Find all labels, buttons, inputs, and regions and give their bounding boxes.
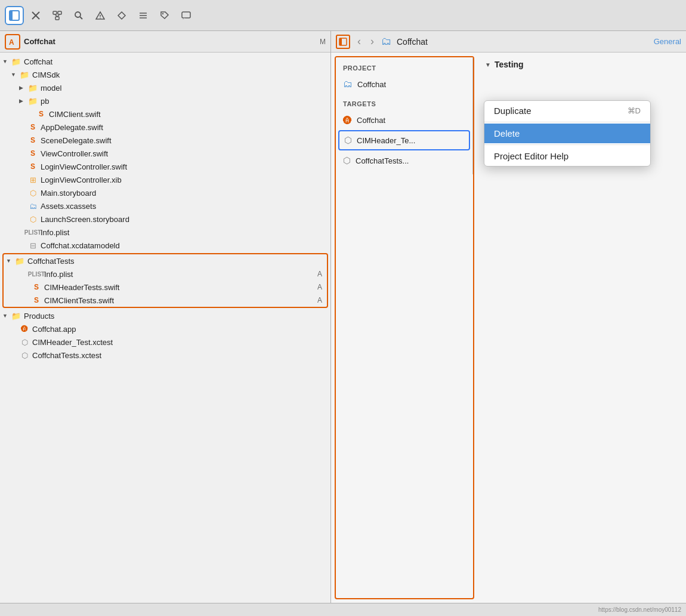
context-menu-delete[interactable]: Delete xyxy=(484,124,650,143)
storyboard-icon: ⬡ xyxy=(27,188,38,198)
targets-sidebar-highlighted: PROJECT 🗂 Coffchat TARGETS 🅐 Coffchat xyxy=(335,56,474,599)
tree-item-info-plist-tests[interactable]: PLIST Info.plist A xyxy=(4,267,327,281)
tree-item-cimsdk[interactable]: ▼ 📁 CIMSdk xyxy=(0,68,330,81)
app-target-icon: 🅐 xyxy=(343,115,352,125)
svg-rect-6 xyxy=(55,17,59,20)
main-toolbar xyxy=(0,0,686,31)
file-name: Products xyxy=(24,312,326,321)
tree-item-cimheadertests[interactable]: S CIMHeaderTests.swift A xyxy=(4,281,327,294)
inspector-button[interactable] xyxy=(336,35,350,49)
file-name: Coffchat.app xyxy=(32,325,326,334)
targets-sidebar: PROJECT 🗂 Coffchat TARGETS 🅐 Coffchat xyxy=(336,57,473,174)
target-item-coffchattests[interactable]: ⬡ CoffchatTests... xyxy=(336,152,472,170)
svg-point-13 xyxy=(100,17,101,19)
tree-item-appdelegate[interactable]: S AppDelegate.swift xyxy=(0,121,330,134)
chat-icon[interactable] xyxy=(177,6,196,25)
target-name: CIMHeader_Te... xyxy=(357,136,415,145)
file-name: pb xyxy=(41,97,326,106)
file-name: CoffchatTests xyxy=(27,257,322,266)
swift-icon: S xyxy=(27,162,38,171)
search-icon[interactable] xyxy=(69,6,88,25)
badge-a: A xyxy=(317,270,322,278)
arrow-pb: ▶ xyxy=(19,98,27,104)
close-icon[interactable] xyxy=(26,6,45,25)
file-name: CIMClientTests.swift xyxy=(44,296,315,305)
file-name: LoginViewController.swift xyxy=(41,162,326,171)
testing-triangle-icon: ▼ xyxy=(485,61,491,68)
targets-section-label: TARGETS xyxy=(336,98,472,111)
forward-button[interactable]: › xyxy=(368,34,376,49)
context-menu-duplicate[interactable]: Duplicate ⌘D xyxy=(484,101,650,121)
tree-item-loginviewcontroller-swift[interactable]: S LoginViewController.swift xyxy=(0,160,330,173)
file-name: CIMClient.swift xyxy=(49,110,326,119)
svg-marker-14 xyxy=(118,12,125,19)
back-button[interactable]: ‹ xyxy=(355,34,363,49)
xctest-target-icon: ⬡ xyxy=(344,135,352,146)
file-name: LaunchScreen.storyboard xyxy=(41,215,326,224)
context-menu-help[interactable]: Project Editor Help xyxy=(484,146,650,166)
tree-item-scenedelegate[interactable]: S SceneDelegate.swift xyxy=(0,134,330,147)
context-menu: Duplicate ⌘D Delete Project Editor Help xyxy=(484,100,651,167)
tree-item-info-plist[interactable]: PLIST Info.plist xyxy=(0,226,330,239)
bottom-url: https://blog.csdn.net/moy00112 xyxy=(598,606,681,613)
tree-item-model[interactable]: ▶ 📁 model xyxy=(0,81,330,94)
folder-icon: 📁 xyxy=(27,83,38,93)
tree-item-cimclient[interactable]: S CIMClient.swift xyxy=(0,107,330,121)
file-name: CIMSdk xyxy=(32,70,326,79)
general-link[interactable]: General xyxy=(654,37,681,46)
tree-item-pb[interactable]: ▶ 📁 pb xyxy=(0,94,330,107)
tree-item-cimheader-xctest[interactable]: ⬡ CIMHeader_Test.xctest xyxy=(0,335,330,349)
tree-item-coffchattests-folder[interactable]: ▼ 📁 CoffchatTests xyxy=(4,254,327,267)
nav-header: A Coffchat M xyxy=(0,31,330,53)
arrow-coffchattests: ▼ xyxy=(6,258,14,264)
badge-a: A xyxy=(317,296,322,304)
project-file-icon: 🗂 xyxy=(343,79,353,90)
file-name: AppDelegate.swift xyxy=(41,123,326,132)
testing-title: Testing xyxy=(495,60,524,69)
target-item-coffchat[interactable]: 🅐 Coffchat xyxy=(336,111,472,129)
file-name: Main.storyboard xyxy=(41,189,326,198)
context-menu-separator-2 xyxy=(484,144,650,145)
project-editor: PROJECT 🗂 Coffchat TARGETS 🅐 Coffchat xyxy=(331,53,686,603)
warning-icon[interactable] xyxy=(91,6,110,25)
swift-icon: S xyxy=(36,109,47,119)
tree-item-cimclienttests[interactable]: S CIMClientTests.swift A xyxy=(4,294,327,307)
tree-item-loginviewcontroller-xib[interactable]: ⊞ LoginViewController.xib xyxy=(0,173,330,186)
tree-item-launchscreen[interactable]: ⬡ LaunchScreen.storyboard xyxy=(0,212,330,226)
tree-item-coffchat-app[interactable]: 🅐 Coffchat.app xyxy=(0,322,330,335)
duplicate-shortcut: ⌘D xyxy=(628,106,641,115)
target-item-coffchat-project[interactable]: 🗂 Coffchat xyxy=(336,75,472,93)
tree-item-main-storyboard[interactable]: ⬡ Main.storyboard xyxy=(0,186,330,199)
tree-item-datamodel[interactable]: ⊟ Coffchat.xcdatamodeld xyxy=(0,239,330,252)
project-nav-icon[interactable]: A xyxy=(5,34,20,50)
nav-header-badge: M xyxy=(320,38,326,46)
tree-item-coffchattests-xctest[interactable]: ⬡ CoffchatTests.xctest xyxy=(0,349,330,362)
right-toolbar: ‹ › 🗂 Coffchat General xyxy=(331,31,686,53)
swift-icon: S xyxy=(31,295,42,305)
file-name: LoginViewController.xib xyxy=(41,175,326,184)
plist-icon: PLIST xyxy=(27,227,38,237)
target-item-cimheader[interactable]: ⬡ CIMHeader_Te... xyxy=(339,131,469,149)
hierarchy-icon[interactable] xyxy=(48,6,67,25)
project-title: Coffchat xyxy=(397,37,428,47)
file-name: CIMHeader_Test.xctest xyxy=(32,338,326,347)
project-section-label: PROJECT xyxy=(336,62,472,75)
file-name: SceneDelegate.swift xyxy=(41,136,326,145)
tree-item-viewcontroller[interactable]: S ViewController.swift xyxy=(0,147,330,160)
navigator-icon[interactable] xyxy=(5,6,24,25)
tree-item-products-folder[interactable]: ▼ 📁 Products xyxy=(0,309,330,322)
swift-icon: S xyxy=(27,135,38,145)
tree-item-coffchat-root[interactable]: ▼ 📁 Coffchat xyxy=(0,55,330,68)
main-content: A Coffchat M ▼ 📁 Coffchat ▼ 📁 CIMSdk ▶ xyxy=(0,31,686,603)
plist-icon: PLIST xyxy=(31,269,42,279)
tag-icon[interactable] xyxy=(155,6,174,25)
folder-icon: 📁 xyxy=(11,57,21,66)
folder-icon: 📁 xyxy=(11,311,21,321)
list-icon[interactable] xyxy=(134,6,153,25)
tree-item-assets[interactable]: 🗂 Assets.xcassets xyxy=(0,199,330,212)
diamond-icon[interactable] xyxy=(112,6,131,25)
file-name: ViewController.swift xyxy=(41,149,326,158)
testing-header: ▼ Testing xyxy=(485,60,679,69)
storyboard-icon: ⬡ xyxy=(27,214,38,224)
svg-point-9 xyxy=(75,12,81,17)
